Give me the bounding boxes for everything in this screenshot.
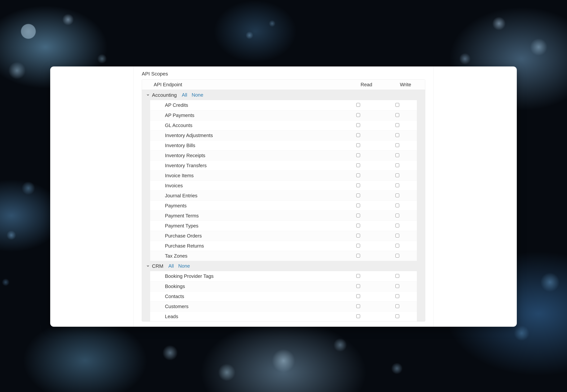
write-checkbox[interactable] (395, 173, 399, 177)
chevron-down-icon[interactable] (146, 264, 150, 268)
write-checkbox[interactable] (395, 113, 399, 117)
scopes-table: API Endpoint Read Write AccountingAllNon… (142, 79, 425, 322)
write-checkbox[interactable] (395, 103, 399, 107)
read-checkbox[interactable] (356, 254, 360, 258)
scope-write-cell (378, 103, 417, 107)
scope-read-cell (339, 103, 378, 107)
scope-read-cell (339, 204, 378, 208)
left-sidebar (50, 67, 134, 327)
scope-read-cell (339, 294, 378, 299)
scope-label: Inventory Transfers (150, 163, 339, 168)
write-checkbox[interactable] (395, 294, 399, 298)
scope-row: Bookings (150, 281, 417, 291)
write-checkbox[interactable] (395, 274, 399, 278)
write-checkbox[interactable] (395, 254, 399, 258)
select-all-link[interactable]: All (168, 263, 174, 269)
write-checkbox[interactable] (395, 163, 399, 167)
scope-label: AP Payments (150, 112, 339, 118)
write-checkbox[interactable] (395, 183, 399, 187)
write-checkbox[interactable] (395, 314, 399, 318)
scope-read-cell (339, 143, 378, 148)
read-checkbox[interactable] (356, 284, 360, 288)
read-checkbox[interactable] (356, 153, 360, 157)
read-checkbox[interactable] (356, 163, 360, 167)
group-name-label: CRM (152, 263, 163, 269)
read-checkbox[interactable] (356, 133, 360, 137)
write-checkbox[interactable] (395, 123, 399, 127)
scope-row: Inventory Receipts (150, 150, 417, 160)
group-header-accounting[interactable]: AccountingAllNone (142, 90, 425, 100)
scope-write-cell (378, 113, 417, 118)
read-checkbox[interactable] (356, 173, 360, 177)
read-checkbox[interactable] (356, 103, 360, 107)
write-checkbox[interactable] (395, 204, 399, 207)
scope-row: Inventory Adjustments (150, 130, 417, 140)
scope-write-cell (378, 194, 417, 198)
column-header-write: Write (386, 82, 425, 87)
scope-row: Purchase Orders (150, 231, 417, 241)
scope-read-cell (339, 113, 378, 118)
scope-row: Tax Zones (150, 251, 417, 261)
scope-write-cell (378, 224, 417, 228)
write-checkbox[interactable] (395, 304, 399, 308)
write-checkbox[interactable] (395, 133, 399, 137)
scope-row: Journal Entries (150, 191, 417, 201)
scope-row: Leads (150, 311, 417, 322)
group-rows-crm: Booking Provider TagsBookingsContactsCus… (142, 271, 425, 322)
scope-row: Payment Terms (150, 211, 417, 221)
scope-read-cell (339, 183, 378, 188)
read-checkbox[interactable] (356, 274, 360, 278)
write-checkbox[interactable] (395, 153, 399, 157)
read-checkbox[interactable] (356, 123, 360, 127)
group-header-crm[interactable]: CRMAllNone (142, 261, 425, 271)
write-checkbox[interactable] (395, 224, 399, 227)
read-checkbox[interactable] (356, 143, 360, 147)
select-none-link[interactable]: None (178, 263, 190, 269)
scope-label: Inventory Adjustments (150, 133, 339, 138)
scope-row: Booking Provider Tags (150, 271, 417, 281)
write-checkbox[interactable] (395, 244, 399, 248)
scope-write-cell (378, 314, 417, 319)
write-checkbox[interactable] (395, 143, 399, 147)
read-checkbox[interactable] (356, 194, 360, 197)
scope-write-cell (378, 163, 417, 168)
read-checkbox[interactable] (356, 244, 360, 248)
scope-write-cell (378, 284, 417, 289)
read-checkbox[interactable] (356, 304, 360, 308)
write-checkbox[interactable] (395, 214, 399, 217)
write-checkbox[interactable] (395, 284, 399, 288)
read-checkbox[interactable] (356, 224, 360, 227)
scope-write-cell (378, 294, 417, 299)
read-checkbox[interactable] (356, 204, 360, 207)
read-checkbox[interactable] (356, 113, 360, 117)
group-rows-accounting: AP CreditsAP PaymentsGL AccountsInventor… (142, 100, 425, 261)
scope-read-cell (339, 304, 378, 309)
scope-row: Contacts (150, 291, 417, 301)
scope-label: Inventory Receipts (150, 153, 339, 158)
scope-write-cell (378, 123, 417, 128)
select-none-link[interactable]: None (192, 92, 203, 98)
scope-write-cell (378, 204, 417, 208)
read-checkbox[interactable] (356, 214, 360, 217)
scope-label: Bookings (150, 284, 339, 289)
right-sidebar (433, 67, 517, 327)
write-checkbox[interactable] (395, 234, 399, 238)
scope-row: Purchase Returns (150, 241, 417, 251)
scope-read-cell (339, 284, 378, 289)
scope-label: Booking Provider Tags (150, 273, 339, 279)
scope-write-cell (378, 254, 417, 258)
read-checkbox[interactable] (356, 234, 360, 238)
scope-read-cell (339, 173, 378, 178)
select-all-link[interactable]: All (182, 92, 187, 98)
scope-read-cell (339, 133, 378, 138)
read-checkbox[interactable] (356, 314, 360, 318)
read-checkbox[interactable] (356, 294, 360, 298)
chevron-down-icon[interactable] (146, 93, 150, 97)
scope-write-cell (378, 183, 417, 188)
write-checkbox[interactable] (395, 194, 399, 197)
scope-label: Invoice Items (150, 173, 339, 178)
read-checkbox[interactable] (356, 183, 360, 187)
scope-read-cell (339, 254, 378, 258)
scope-read-cell (339, 123, 378, 128)
scope-row: Invoices (150, 181, 417, 191)
